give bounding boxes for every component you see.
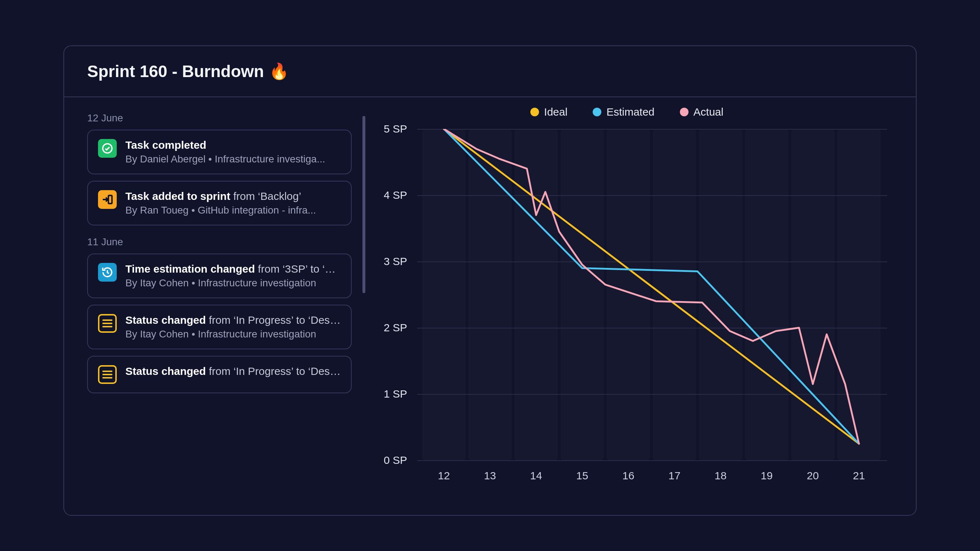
chart-xtick: 12 [438,470,450,482]
arrow-into-box-icon [98,190,117,209]
burndown-panel: Sprint 160 - Burndown 🔥 12 JuneTask comp… [64,45,916,516]
feed-card[interactable]: Status changed from ‘In Progress’ to ‘De… [87,356,352,393]
chart-xtick: 16 [622,470,634,482]
legend-estimated: Estimated [593,106,654,118]
feed-card[interactable]: Task added to sprint from ‘Backlog’By Ra… [87,181,352,225]
feed-card-title: Status changed from ‘In Progress’ to ‘De… [126,365,341,378]
legend-label-ideal: Ideal [544,106,568,118]
list-lines-icon [98,314,117,333]
chart-xtick: 19 [760,470,772,482]
svg-rect-1 [108,195,112,204]
chart-ytick: 0 SP [384,454,407,466]
clock-history-icon [98,263,117,282]
feed-date-label: 12 June [87,112,352,124]
chart-xtick: 20 [807,470,819,482]
chart-xtick: 17 [668,470,680,482]
chart-xtick: 13 [484,470,496,482]
chart-xtick: 18 [714,470,726,482]
chart-legend: Ideal Estimated Actual [367,106,887,118]
feed-card-title: Time estimation changed from ‘3SP’ to ‘5… [126,263,341,275]
burndown-chart: Ideal Estimated Actual 5 SP4 SP3 SP2 SP1… [367,97,916,515]
feed-card-title: Task completed [126,139,341,151]
feed-card[interactable]: Task completedBy Daniel Abergel • Infras… [87,130,352,174]
fire-icon: 🔥 [269,62,289,81]
chart-ytick: 3 SP [384,255,407,268]
chart-series-ideal [444,129,859,444]
chart-yaxis: 5 SP4 SP3 SP2 SP1 SP0 SP [367,129,417,515]
legend-ideal: Ideal [530,106,568,118]
feed-card[interactable]: Status changed from ‘In Progress’ to ‘De… [87,305,352,349]
legend-swatch-ideal [530,108,539,116]
legend-swatch-actual [680,108,689,116]
feed-card-byline: By Itay Cohen • Infrastructure investiga… [126,329,341,340]
activity-feed: 12 JuneTask completedBy Daniel Abergel •… [64,97,367,515]
feed-scrollbar[interactable] [363,116,365,293]
feed-card-byline: By Ran Toueg • GitHub integration - infr… [126,205,341,216]
feed-card-byline: By Daniel Abergel • Infrastructure inves… [126,153,341,165]
feed-card-title: Task added to sprint from ‘Backlog’ [126,190,341,202]
chart-xtick: 15 [576,470,588,482]
feed-date-label: 11 June [87,236,352,248]
panel-header: Sprint 160 - Burndown 🔥 [64,46,916,97]
chart-ytick: 5 SP [384,123,407,135]
chart-xtick: 14 [530,470,542,482]
list-lines-icon [98,365,117,384]
feed-card[interactable]: Time estimation changed from ‘3SP’ to ‘5… [87,254,352,298]
chart-ytick: 2 SP [384,322,407,334]
chart-ytick: 1 SP [384,388,407,400]
feed-card-byline: By Itay Cohen • Infrastructure investiga… [126,277,341,289]
chart-plot-area: 12131415161718192021 [417,129,887,515]
legend-label-actual: Actual [694,106,724,118]
legend-actual: Actual [680,106,724,118]
legend-swatch-estimated [593,108,601,116]
chart-xtick: 21 [853,470,865,482]
legend-label-estimated: Estimated [606,106,654,118]
panel-title: Sprint 160 - Burndown [87,62,264,81]
chart-ytick: 4 SP [384,189,407,201]
check-circle-icon [98,139,117,158]
feed-card-title: Status changed from ‘In Progress’ to ‘De… [126,314,341,326]
